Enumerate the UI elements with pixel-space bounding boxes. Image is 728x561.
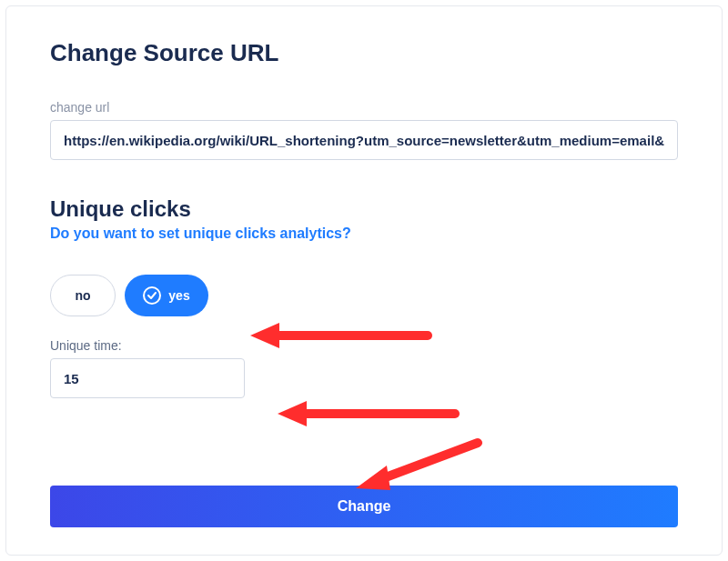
url-label: change url — [50, 100, 678, 115]
no-label: no — [75, 288, 90, 303]
change-button[interactable]: Change — [50, 486, 678, 527]
yes-label: yes — [168, 288, 189, 303]
form-card: Change Source URL change url Unique clic… — [5, 5, 723, 556]
yes-button[interactable]: yes — [125, 275, 208, 316]
svg-line-4 — [376, 443, 478, 481]
svg-marker-3 — [278, 401, 307, 426]
change-label: Change — [338, 498, 391, 514]
url-input[interactable] — [50, 120, 678, 160]
unique-time-input[interactable] — [50, 358, 245, 398]
unique-clicks-prompt: Do you want to set unique clicks analyti… — [50, 225, 678, 242]
page-title: Change Source URL — [50, 39, 678, 67]
annotation-arrow-icon — [278, 396, 460, 432]
unique-toggle-row: no yes — [50, 275, 678, 316]
no-button[interactable]: no — [50, 275, 116, 316]
check-circle-icon — [143, 286, 161, 305]
unique-time-label: Unique time: — [50, 338, 678, 353]
unique-clicks-heading: Unique clicks — [50, 196, 678, 222]
